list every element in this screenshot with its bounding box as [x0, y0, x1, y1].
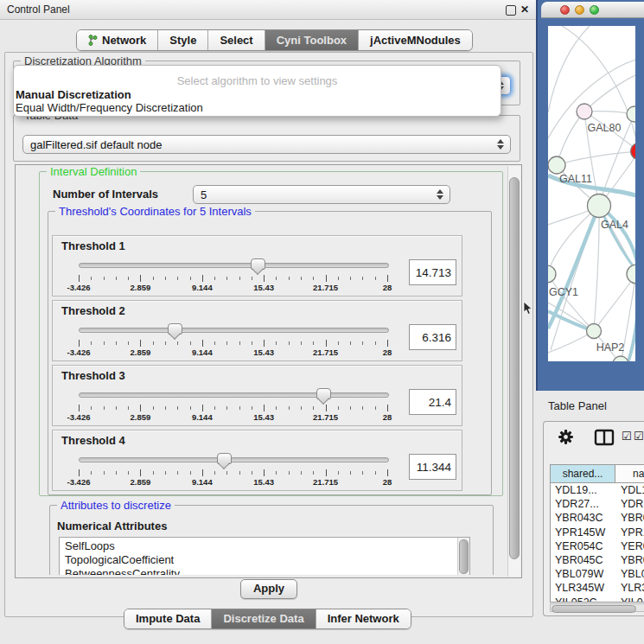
threshold-slider-thumb[interactable]	[168, 323, 182, 335]
tick-mark	[313, 277, 314, 280]
threshold-value-field[interactable]: 6.316	[409, 324, 456, 350]
attribute-list-item[interactable]: BetweennessCentrality	[65, 567, 469, 575]
settings-scrollbar-thumb[interactable]	[509, 177, 520, 559]
checkbox-icon[interactable]: ☑	[622, 430, 632, 443]
network-node[interactable]	[548, 265, 556, 283]
tick-mark	[91, 277, 92, 280]
threshold-value-field[interactable]: 14.713	[409, 259, 456, 285]
close-traffic-light[interactable]	[560, 5, 570, 15]
network-node[interactable]	[577, 104, 592, 119]
threshold-slider-track[interactable]	[79, 263, 389, 268]
threshold-label: Threshold 1	[61, 239, 125, 252]
slider-tick-labels: -3.4262.8599.14415.4321.71528	[79, 348, 387, 357]
column-header-shared-name[interactable]: shared...	[551, 465, 615, 482]
network-graph[interactable]: GAL80GACGAL11GAL4GCY1HHAP2	[548, 26, 635, 361]
tick-label: 9.144	[192, 283, 213, 292]
table-row[interactable]: YBR043C YBR0	[551, 511, 644, 525]
tick-label: 2.859	[131, 348, 151, 357]
tick-mark	[165, 406, 166, 410]
tick-mark	[116, 406, 117, 410]
tab-discretize-data[interactable]: Discretize Data	[212, 609, 316, 628]
threshold-slider-track[interactable]	[79, 392, 389, 398]
table-hscrollbar-thumb[interactable]	[552, 605, 636, 613]
cell-name: YBR0	[615, 553, 644, 567]
tick-mark	[264, 275, 265, 282]
number-of-intervals-combo[interactable]: 5	[193, 185, 450, 204]
threshold-panel: Threshold 1 -3.4262.8599.14415.4321.7152…	[52, 235, 462, 296]
tick-mark	[313, 341, 314, 345]
tab-impute-data[interactable]: Impute Data	[124, 609, 212, 628]
attribute-list-item[interactable]: SelfLoops	[65, 539, 469, 553]
table-row[interactable]: YDL19... YDL1	[551, 483, 644, 497]
table-row[interactable]: YER054C YER0	[551, 539, 644, 553]
tick-mark	[104, 471, 105, 475]
table-row[interactable]: YBL079W YBL0	[551, 567, 644, 581]
tab-infer-network[interactable]: Infer Network	[316, 609, 411, 628]
tab-jactivemnodules[interactable]: jActiveMNodules	[359, 30, 472, 50]
checkbox-icon[interactable]: ☑	[634, 430, 644, 443]
gear-icon[interactable]	[557, 428, 575, 450]
list-scrollbar-thumb[interactable]	[459, 539, 469, 574]
settings-scrollbar[interactable]	[507, 166, 520, 577]
threshold-slider-thumb[interactable]	[316, 388, 331, 399]
tick-mark	[264, 405, 265, 411]
cell-name: YDL1	[615, 483, 644, 497]
tick-mark	[116, 277, 117, 280]
table-data-combo[interactable]: galFiltered.sif default node	[22, 135, 511, 154]
minimize-traffic-light[interactable]	[575, 5, 584, 15]
zoom-traffic-light[interactable]	[590, 5, 599, 15]
tick-mark	[338, 471, 339, 475]
threshold-slider-thumb[interactable]	[217, 453, 232, 464]
table-row[interactable]: YPR145W YPR1	[551, 526, 644, 539]
cell-shared-name: YIL052C	[551, 596, 615, 603]
columns-icon[interactable]	[594, 429, 615, 450]
settings-scrollpane: Interval Definition Number of Intervals …	[15, 164, 522, 578]
threshold-slider-thumb[interactable]	[251, 258, 265, 270]
table-row[interactable]: YBR045C YBR0	[551, 553, 644, 567]
threshold-value-field[interactable]: 21.4	[409, 389, 456, 415]
attributes-group-title: Attributes to discretize	[57, 499, 175, 512]
network-node[interactable]	[627, 265, 635, 284]
network-edge	[584, 71, 635, 112]
table-hscrollbar[interactable]	[550, 603, 644, 612]
tick-mark	[190, 277, 191, 280]
tick-label: -3.426	[67, 477, 91, 487]
tab-network[interactable]: Network	[77, 30, 158, 50]
network-node-label: GAL11	[559, 173, 592, 185]
popup-item-manual-discretization[interactable]: Manual Discretization	[16, 89, 131, 101]
network-node[interactable]	[548, 156, 565, 174]
list-scrollbar[interactable]	[457, 538, 469, 575]
settings-viewport: Interval Definition Number of Intervals …	[16, 166, 508, 575]
float-window-icon[interactable]	[506, 5, 516, 16]
tick-mark	[190, 406, 191, 410]
network-node[interactable]	[588, 194, 611, 218]
tick-label: -3.426	[67, 412, 91, 422]
network-node-label: GAL4	[601, 219, 628, 231]
table-row[interactable]: YIL052C YIL0	[551, 596, 644, 603]
tab-select[interactable]: Select	[208, 30, 265, 50]
tab-cyni-toolbox[interactable]: Cyni Toolbox	[265, 30, 359, 50]
apply-button[interactable]: Apply	[240, 579, 297, 599]
threshold-slider-track[interactable]	[79, 457, 389, 462]
network-canvas[interactable]: GAL80GACGAL11GAL4GCY1HHAP2	[548, 26, 635, 361]
column-header-name[interactable]: na	[615, 465, 644, 482]
threshold-panel: Threshold 2 -3.4262.8599.14415.4321.7152…	[52, 300, 462, 361]
table-row[interactable]: YDR27... YDR2	[551, 497, 644, 511]
tick-label: 9.144	[192, 348, 213, 357]
tick-label: 21.715	[313, 283, 338, 292]
attribute-list-item[interactable]: TopologicalCoefficient	[65, 553, 469, 567]
network-node[interactable]	[587, 324, 602, 339]
table-header-row: shared... na	[551, 465, 644, 483]
tick-mark	[289, 406, 290, 410]
popup-item-equal-width[interactable]: Equal Width/Frequency Discretization	[16, 102, 203, 114]
threshold-slider-track[interactable]	[79, 328, 389, 333]
numerical-attributes-list[interactable]: SelfLoops TopologicalCoefficient Between…	[59, 537, 470, 575]
tick-mark	[239, 471, 240, 475]
close-icon[interactable]: ✕	[520, 3, 529, 16]
tick-mark	[202, 275, 203, 282]
tick-mark	[276, 341, 277, 345]
network-node[interactable]	[627, 106, 635, 122]
tab-style[interactable]: Style	[158, 30, 208, 50]
threshold-value-field[interactable]: 11.344	[409, 454, 456, 480]
table-row[interactable]: YLR345W YLR3	[551, 581, 644, 595]
